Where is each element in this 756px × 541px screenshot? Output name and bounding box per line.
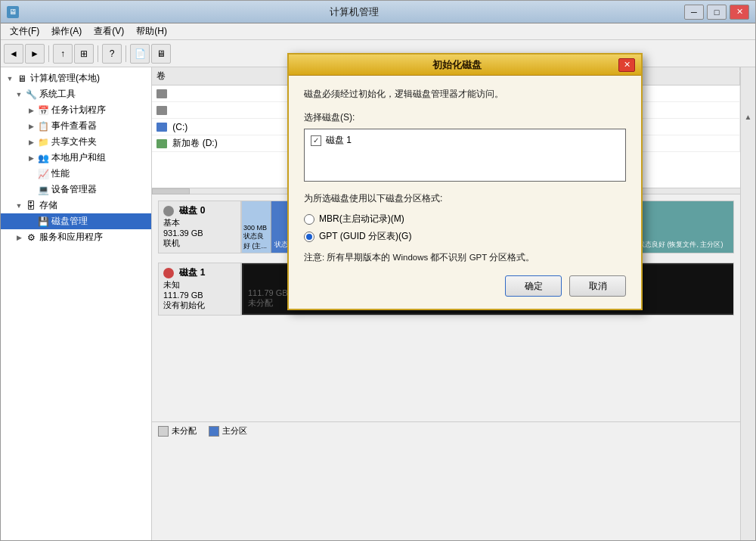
dialog-overlay: 初始化磁盘 ✕ 磁盘必须经过初始化，逻辑磁盘管理器才能访问。 选择磁盘(S): … [0,0,756,541]
gpt-label: GPT (GUID 分区表)(G) [319,230,411,243]
radio-item-gpt[interactable]: GPT (GUID 分区表)(G) [304,230,626,243]
radio-group-partition-format: MBR(主启动记录)(M) GPT (GUID 分区表)(G) [304,213,626,243]
dialog-close-button[interactable]: ✕ [618,58,635,72]
disk-select-box[interactable]: 磁盘 1 [304,129,626,182]
dialog-description: 磁盘必须经过初始化，逻辑磁盘管理器才能访问。 [304,88,626,101]
dialog-note: 注意: 所有早期版本的 Windows 都不识别 GPT 分区格式。 [304,252,626,263]
cancel-button[interactable]: 取消 [569,275,626,297]
dialog-buttons: 确定 取消 [304,275,626,297]
gpt-radio-circle[interactable] [304,232,314,242]
radio-item-mbr[interactable]: MBR(主启动记录)(M) [304,213,626,225]
dialog-body: 磁盘必须经过初始化，逻辑磁盘管理器才能访问。 选择磁盘(S): 磁盘 1 为所选… [289,76,641,309]
initialize-disk-dialog: 初始化磁盘 ✕ 磁盘必须经过初始化，逻辑磁盘管理器才能访问。 选择磁盘(S): … [287,53,643,310]
ok-button[interactable]: 确定 [505,275,562,297]
dialog-title: 初始化磁盘 [295,58,618,72]
disk-1-select-label: 磁盘 1 [326,134,352,147]
mbr-label: MBR(主启动记录)(M) [319,213,404,225]
dialog-title-bar: 初始化磁盘 ✕ [289,54,641,76]
mbr-radio-circle[interactable] [304,214,314,225]
disk-select-item-0[interactable]: 磁盘 1 [308,132,622,148]
disk-1-checkbox[interactable] [311,135,321,146]
disk-select-label: 选择磁盘(S): [304,111,626,124]
partition-format-label: 为所选磁盘使用以下磁盘分区格式: [304,192,626,205]
